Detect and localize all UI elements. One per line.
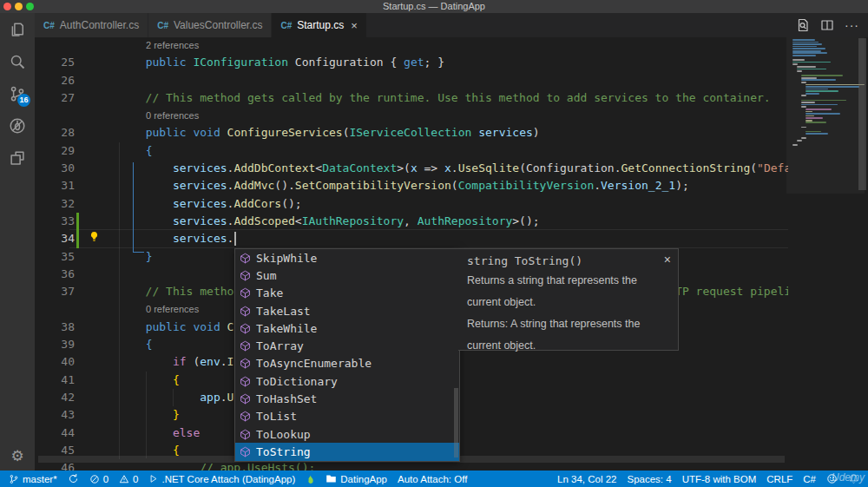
suggest-item-take[interactable]: Take — [235, 285, 459, 302]
gutter-glyph-margin[interactable] — [75, 72, 91, 89]
code-line[interactable]: 28 public void ConfigureServices(IServic… — [35, 124, 788, 141]
gutter-glyph-margin[interactable] — [75, 124, 91, 141]
code-line[interactable]: 32 services.AddCors(); — [35, 195, 788, 213]
vertical-scrollbar[interactable] — [858, 38, 866, 190]
line-number[interactable]: 42 — [35, 389, 75, 406]
suggest-scrollbar[interactable] — [454, 388, 458, 457]
minimap[interactable] — [792, 39, 858, 230]
status-datingapp[interactable]: DatingApp — [320, 471, 392, 487]
gutter-glyph-margin[interactable] — [75, 336, 91, 353]
suggest-item-tostring[interactable]: ToString — [235, 443, 459, 460]
suggest-item-takelast[interactable]: TakeLast — [235, 302, 459, 319]
code-text[interactable]: { — [91, 336, 152, 353]
code-line[interactable]: 29 { — [35, 142, 788, 160]
line-number[interactable]: 43 — [35, 406, 75, 424]
gutter-glyph-margin[interactable] — [75, 424, 91, 442]
code-text[interactable]: services.AddScoped<IAuthRepository, Auth… — [91, 213, 540, 230]
gutter-glyph-margin[interactable] — [75, 372, 91, 389]
status-smiley[interactable] — [821, 471, 843, 487]
gutter-glyph-margin[interactable] — [75, 248, 91, 266]
status-c#[interactable]: C# — [798, 471, 821, 487]
suggest-item-toarray[interactable]: ToArray — [235, 337, 459, 354]
code-line[interactable]: 27 // This method gets called by the run… — [35, 89, 788, 107]
status-crlf[interactable]: CRLF — [761, 471, 798, 487]
line-number[interactable]: 37 — [35, 283, 75, 300]
suggest-item-tohashset[interactable]: ToHashSet — [235, 390, 459, 407]
code-text[interactable]: services.AddMvc().SetCompatibilityVersio… — [91, 177, 689, 194]
status-bell[interactable]: Udemy — [843, 471, 865, 487]
gutter-glyph-margin[interactable] — [75, 89, 91, 107]
code-text[interactable]: } — [91, 248, 152, 266]
suggest-item-takewhile[interactable]: TakeWhile — [235, 319, 459, 337]
code-line[interactable]: 30 services.AddDbContext<DataContext>(x … — [35, 160, 788, 177]
line-number[interactable]: 41 — [35, 372, 75, 389]
code-text[interactable]: } — [91, 406, 180, 424]
line-number[interactable]: 28 — [35, 124, 75, 141]
gutter-glyph-margin[interactable] — [75, 54, 91, 71]
activity-extensions-icon[interactable] — [0, 141, 35, 174]
line-number[interactable]: 38 — [35, 319, 75, 336]
codelens-label[interactable]: 2 references — [35, 37, 199, 54]
lightbulb-icon[interactable] — [89, 231, 100, 242]
line-number[interactable]: 33 — [35, 213, 75, 230]
gutter-glyph-margin[interactable] — [75, 142, 91, 160]
line-number[interactable]: 27 — [35, 89, 75, 107]
suggest-item-tolist[interactable]: ToList — [235, 408, 459, 425]
codelens[interactable]: 0 references — [35, 107, 788, 124]
gutter-glyph-margin[interactable] — [75, 389, 91, 406]
code-line[interactable]: 26 — [35, 72, 788, 89]
line-number[interactable]: 36 — [35, 266, 75, 283]
gutter-glyph-margin[interactable] — [75, 195, 91, 213]
suggest-item-todictionary[interactable]: ToDictionary — [235, 372, 459, 390]
gutter-glyph-margin[interactable] — [75, 266, 91, 283]
status-0[interactable]: 0 — [114, 471, 143, 487]
tab-valuescontroller-cs[interactable]: C#ValuesController.cs — [148, 13, 272, 37]
code-text[interactable]: public IConfiguration Configuration { ge… — [91, 54, 444, 71]
gutter-glyph-margin[interactable] — [75, 283, 91, 300]
status-ln-34-col-22[interactable]: Ln 34, Col 22 — [552, 471, 621, 487]
codelens-label[interactable]: 0 references — [35, 107, 199, 124]
status-auto-attach-off[interactable]: Auto Attach: Off — [392, 471, 472, 487]
line-number[interactable]: 32 — [35, 195, 75, 213]
code-text[interactable]: services.AddDbContext<DataContext>(x => … — [91, 160, 788, 177]
code-text[interactable]: { — [91, 142, 152, 160]
status-master[interactable]: master* — [3, 471, 62, 487]
tab-authcontroller-cs[interactable]: C#AuthController.cs — [35, 13, 148, 37]
line-number[interactable]: 29 — [35, 142, 75, 160]
tab-close-icon[interactable]: × — [351, 20, 358, 31]
activity-explorer-icon[interactable] — [0, 13, 35, 45]
settings-gear-icon[interactable]: ⚙ — [10, 447, 23, 465]
line-number[interactable]: 40 — [35, 353, 75, 371]
code-text[interactable]: services. — [91, 230, 233, 247]
line-number[interactable]: 44 — [35, 424, 75, 442]
line-number[interactable]: 31 — [35, 177, 75, 194]
code-text[interactable]: // This method gets called by the runtim… — [91, 89, 771, 107]
suggest-item-toasyncenumerable[interactable]: ToAsyncEnumerable — [235, 355, 459, 372]
gutter-glyph-margin[interactable] — [75, 353, 91, 371]
status-0[interactable]: 0 — [84, 471, 114, 487]
gutter-glyph-margin[interactable] — [75, 406, 91, 424]
codelens-label[interactable]: 0 references — [35, 300, 199, 318]
codelens[interactable]: 2 references — [35, 37, 788, 54]
status-spaces-4[interactable]: Spaces: 4 — [621, 471, 676, 487]
suggest-item-skipwhile[interactable]: SkipWhile — [235, 249, 459, 267]
split-editor-icon[interactable] — [820, 18, 834, 32]
status-net-core-attach-datingapp[interactable]: .NET Core Attach (DatingApp) — [143, 471, 300, 487]
line-number[interactable]: 34 — [35, 230, 75, 247]
activity-debug-icon[interactable] — [0, 109, 35, 141]
status-utf-8-with-bom[interactable]: UTF-8 with BOM — [677, 471, 762, 487]
suggest-item-tolookup[interactable]: ToLookup — [235, 425, 459, 443]
status-flame[interactable] — [300, 471, 320, 487]
tab-startup-cs[interactable]: C#Startup.cs× — [272, 13, 366, 37]
more-actions-icon[interactable]: ··· — [845, 18, 859, 32]
line-number[interactable]: 25 — [35, 54, 75, 71]
gutter-glyph-margin[interactable] — [75, 319, 91, 336]
code-line[interactable]: 31 services.AddMvc().SetCompatibilityVer… — [35, 177, 788, 194]
activity-search-icon[interactable] — [0, 45, 35, 77]
code-line[interactable]: 34 services. — [35, 230, 788, 247]
activity-source-control-icon[interactable]: 16 — [0, 77, 35, 109]
code-line[interactable]: 25 public IConfiguration Configuration {… — [35, 54, 788, 71]
line-number[interactable]: 39 — [35, 336, 75, 353]
code-line[interactable]: 33 services.AddScoped<IAuthRepository, A… — [35, 213, 788, 230]
gutter-glyph-margin[interactable] — [75, 160, 91, 177]
